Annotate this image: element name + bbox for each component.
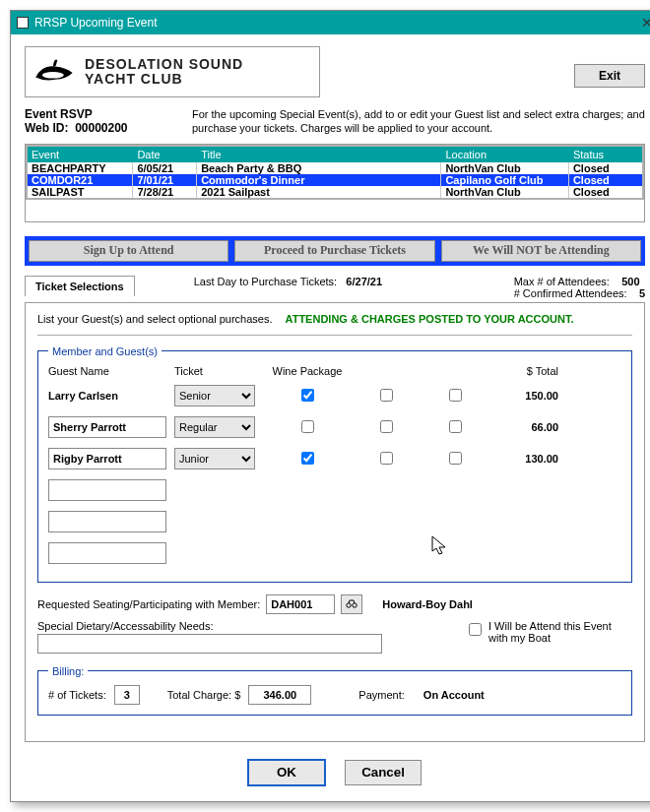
extra1-checkbox[interactable] — [380, 420, 393, 433]
billing-legend: Billing: — [48, 665, 88, 677]
event-row[interactable]: BEACHPARTY6/05/21Beach Party & BBQNorthV… — [27, 162, 643, 174]
event-table[interactable]: Event Date Title Location Status BEACHPA… — [25, 144, 645, 222]
guest-row: SeniorRegularJunior130.00 — [48, 446, 621, 471]
not-attending-button[interactable]: We Will NOT be Attending — [441, 240, 641, 262]
guests-fieldset: Member and Guest(s) Guest Name Ticket Wi… — [37, 345, 632, 583]
svg-point-2 — [353, 602, 357, 606]
lastday-label: Last Day to Purchase Tickets: — [194, 276, 338, 287]
guest-row: Larry CarlsenSeniorRegularJunior150.00 — [48, 383, 621, 408]
guest-row: SeniorRegularJunior66.00 — [48, 414, 621, 440]
svg-point-0 — [42, 72, 64, 79]
binoculars-icon — [346, 598, 358, 610]
guest-row — [48, 509, 621, 534]
confirmed-value: 5 — [639, 287, 645, 299]
extra2-checkbox[interactable] — [449, 452, 462, 465]
window-title: RRSP Upcoming Event — [34, 16, 158, 30]
event-row[interactable]: SAILPAST7/28/212021 SailpastNorthVan Clu… — [27, 186, 643, 199]
col-ticket: Ticket — [174, 365, 263, 377]
brand-line1: DESOLATION SOUND — [85, 57, 243, 72]
requested-code-input[interactable] — [266, 594, 335, 614]
ticket-select[interactable]: SeniorRegularJunior — [174, 448, 255, 469]
brand-line2: YACHT CLUB — [85, 72, 243, 87]
wine-checkbox[interactable] — [301, 420, 314, 433]
purchase-button[interactable]: Proceed to Purchase Tickets — [234, 240, 434, 262]
payment-label: Payment: — [358, 689, 404, 701]
orca-icon — [33, 55, 77, 89]
total-charge-label: Total Charge: $ — [167, 689, 241, 701]
tickets-count-input[interactable] — [114, 685, 140, 705]
extra1-checkbox[interactable] — [380, 389, 393, 402]
ticket-select[interactable]: SeniorRegularJunior — [174, 416, 255, 438]
special-label: Special Dietary/Accessability Needs: — [37, 620, 392, 632]
col-wine: Wine Package — [263, 365, 352, 377]
payment-value: On Account — [423, 689, 485, 701]
attending-status-msg: ATTENDING & CHARGES POSTED TO YOUR ACCOU… — [286, 313, 574, 325]
th-title[interactable]: Title — [197, 146, 441, 162]
list-guests-text: List your Guest(s) and select optional p… — [37, 313, 272, 325]
close-icon[interactable]: ✕ — [641, 15, 650, 31]
window-icon — [17, 17, 29, 29]
boat-label: I Will be Attend this Event with my Boat — [488, 620, 632, 644]
extra1-checkbox[interactable] — [380, 452, 393, 465]
ok-button[interactable]: OK — [248, 760, 325, 785]
max-value: 500 — [621, 276, 639, 287]
guest-row — [48, 540, 621, 566]
extra2-checkbox[interactable] — [449, 389, 462, 402]
signup-button[interactable]: Sign Up to Attend — [29, 240, 228, 262]
cancel-button[interactable]: Cancel — [345, 760, 422, 785]
col-guest-name: Guest Name — [48, 365, 174, 377]
boat-checkbox[interactable] — [469, 623, 482, 636]
rsvp-blurb: For the upcoming Special Event(s), add t… — [192, 107, 645, 136]
brand-logo-box: DESOLATION SOUND YACHT CLUB — [25, 46, 320, 97]
action-button-bar: Sign Up to Attend Proceed to Purchase Ti… — [25, 236, 645, 266]
webid-value: 00000200 — [75, 121, 127, 135]
th-status[interactable]: Status — [568, 146, 643, 162]
guest-name-input[interactable] — [48, 542, 166, 564]
guest-name-input[interactable] — [48, 416, 166, 438]
lookup-member-button[interactable] — [341, 594, 362, 614]
guest-row — [48, 477, 621, 503]
th-event[interactable]: Event — [27, 146, 133, 162]
wine-checkbox[interactable] — [301, 389, 314, 402]
event-row[interactable]: COMDOR217/01/21Commodor's DinnerCapilano… — [27, 174, 643, 186]
guests-legend: Member and Guest(s) — [48, 345, 162, 357]
guest-total: 150.00 — [489, 390, 558, 402]
svg-point-1 — [347, 602, 351, 606]
rsvp-label: Event RSVP — [25, 107, 162, 121]
billing-fieldset: Billing: # of Tickets: Total Charge: $ P… — [37, 665, 632, 716]
confirmed-label: # Confirmed Attendees: — [514, 287, 627, 299]
guest-total: 66.00 — [489, 421, 558, 433]
total-charge-input[interactable] — [248, 685, 311, 705]
exit-button[interactable]: Exit — [574, 64, 645, 88]
lastday-value: 6/27/21 — [346, 276, 382, 287]
requested-label: Requested Seating/Participating with Mem… — [37, 598, 260, 610]
guest-name-input[interactable] — [48, 448, 166, 469]
max-label: Max # of Attendees: — [514, 276, 610, 287]
wine-checkbox[interactable] — [301, 452, 314, 465]
tickets-label: # of Tickets: — [48, 689, 106, 701]
th-date[interactable]: Date — [133, 146, 197, 162]
guest-name-static: Larry Carlsen — [48, 390, 174, 402]
webid-label: Web ID: — [25, 121, 68, 135]
guest-name-input[interactable] — [48, 479, 166, 501]
requested-lookup-name: Howard-Boy Dahl — [382, 598, 473, 610]
app-window: RRSP Upcoming Event ✕ DESOLATION SOUND Y… — [10, 10, 650, 802]
titlebar: RRSP Upcoming Event ✕ — [11, 11, 650, 34]
col-total: $ Total — [489, 365, 558, 377]
guest-name-input[interactable] — [48, 511, 166, 532]
ticket-select[interactable]: SeniorRegularJunior — [174, 385, 255, 406]
th-location[interactable]: Location — [441, 146, 569, 162]
special-needs-input[interactable] — [37, 634, 382, 654]
guest-total: 130.00 — [489, 453, 558, 465]
tab-ticket-selections[interactable]: Ticket Selections — [25, 276, 135, 296]
extra2-checkbox[interactable] — [449, 420, 462, 433]
